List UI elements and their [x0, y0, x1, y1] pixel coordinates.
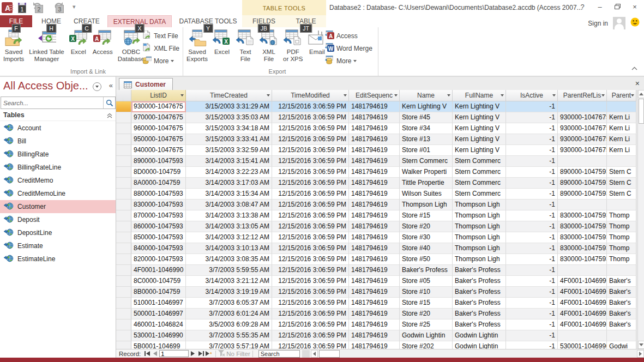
cell-isactive[interactable]: -1 — [506, 145, 558, 156]
cell-timecreated[interactable]: 3/14/2003 3:21:12 AM — [186, 276, 272, 287]
pdf-or-xps-button[interactable]: PDF or XPS — [281, 28, 305, 63]
access-button[interactable]: AAccess — [323, 29, 375, 42]
cell-listid[interactable]: 930000-1047675 — [131, 101, 186, 112]
cell-parentreflis[interactable]: 4F0001-1046990 — [558, 309, 607, 319]
row-selector[interactable] — [116, 210, 131, 221]
ribbon-tab-fields[interactable]: FIELDSJB — [242, 15, 286, 27]
xml-file-button[interactable]: XML File — [257, 28, 280, 63]
current-record-input[interactable] — [159, 350, 189, 357]
cell-name[interactable]: Store #20 — [400, 221, 453, 232]
cell-fullname[interactable]: Thompson Ligh — [453, 200, 506, 210]
cell-timecreated[interactable]: 3/14/2003 3:13:05 AM — [186, 221, 272, 232]
nav-item-deposit[interactable]: Deposit — [0, 213, 116, 226]
cell-fullname[interactable]: Baker's Profess — [453, 265, 506, 276]
cell-editsequenc[interactable]: 1481794619 — [349, 112, 400, 123]
cell-editsequenc[interactable]: 1481794619 — [349, 200, 400, 210]
cell-parent[interactable]: Thomp — [607, 210, 636, 221]
cell-parent[interactable] — [607, 156, 636, 167]
cell-fullname[interactable]: Thompson Ligh — [453, 243, 506, 254]
excel-button[interactable]: XExcel — [210, 28, 233, 56]
cell-fullname[interactable]: Thompson Ligh — [453, 254, 506, 265]
cell-timecreated[interactable]: 3/14/2003 3:12:12 AM — [186, 232, 272, 243]
cell-editsequenc[interactable]: 1481794619 — [349, 178, 400, 189]
cell-isactive[interactable]: -1 — [506, 254, 558, 265]
cell-parent[interactable]: Godwi — [607, 341, 636, 349]
cell-timecreated[interactable]: 3/14/2003 3:15:41 AM — [186, 156, 272, 167]
cell-name[interactable]: Kern Lighting V — [400, 101, 453, 112]
ribbon-tab-table[interactable]: TABLEJT — [286, 15, 326, 27]
column-dropdown-icon[interactable] — [501, 94, 504, 96]
cell-editsequenc[interactable]: 1481794619 — [349, 134, 400, 145]
cell-parentreflis[interactable]: 890000-1047593 — [558, 189, 607, 200]
linked-table-manager-button[interactable]: Linked Table Manager — [27, 28, 66, 63]
scroll-right-icon[interactable] — [637, 350, 644, 358]
cell-timecreated[interactable]: 3/7/2003 5:59:55 AM — [186, 265, 272, 276]
cell-listid[interactable]: 850000-1047593 — [131, 232, 186, 243]
row-selector[interactable] — [116, 178, 131, 189]
cell-isactive[interactable]: -1 — [506, 265, 558, 276]
cell-timemodified[interactable]: 12/15/2016 3:06:59 PM — [272, 178, 349, 189]
cell-timecreated[interactable]: 3/14/2003 3:08:47 AM — [186, 200, 272, 210]
minimize-button[interactable]: – — [594, 2, 606, 13]
column-dropdown-icon[interactable] — [267, 94, 270, 96]
cell-timemodified[interactable]: 12/15/2016 3:06:59 PM — [272, 309, 349, 319]
cell-timemodified[interactable]: 12/15/2016 3:06:59 PM — [272, 156, 349, 167]
cell-timecreated[interactable]: 3/7/2003 6:05:37 AM — [186, 298, 272, 309]
cell-parent[interactable]: Kern Li — [607, 134, 636, 145]
row-selector[interactable] — [116, 298, 131, 309]
cell-parentreflis[interactable]: 530001-1046990 — [558, 341, 607, 349]
cell-name[interactable]: Baker's Profess — [400, 265, 453, 276]
cell-parent[interactable]: Stern C — [607, 178, 636, 189]
help-button[interactable]: ? — [576, 2, 588, 13]
cell-name[interactable]: Store #30 — [400, 232, 453, 243]
cell-parent[interactable]: Thomp — [607, 243, 636, 254]
cell-fullname[interactable]: Thompson Ligh — [453, 221, 506, 232]
cell-listid[interactable]: 8A0000-104759 — [131, 178, 186, 189]
word-merge-button[interactable]: WWord Merge — [323, 42, 375, 55]
column-dropdown-icon[interactable] — [394, 94, 398, 96]
cell-name[interactable]: Tittle Propertie — [400, 178, 453, 189]
cell-name[interactable]: Walker Properti — [400, 167, 453, 178]
column-dropdown-icon[interactable] — [552, 94, 556, 96]
user-avatar-icon[interactable] — [613, 17, 625, 29]
cell-timemodified[interactable]: 12/15/2016 3:06:59 PM — [272, 287, 349, 298]
cell-timemodified[interactable]: 12/15/2016 3:06:59 PM — [272, 123, 349, 134]
cell-isactive[interactable]: -1 — [506, 210, 558, 221]
cell-timemodified[interactable]: 12/15/2016 3:06:59 PM — [272, 221, 349, 232]
cell-parent[interactable]: Kern Li — [607, 123, 636, 134]
row-selector[interactable] — [116, 112, 131, 123]
row-selector[interactable] — [116, 123, 131, 134]
cell-parent[interactable]: Stern C — [607, 167, 636, 178]
cell-listid[interactable]: 500001-1046997 — [131, 309, 186, 319]
cell-isactive[interactable]: -1 — [506, 276, 558, 287]
cell-editsequenc[interactable]: 1481794619 — [349, 319, 400, 330]
cell-isactive[interactable]: -1 — [506, 341, 558, 349]
cell-isactive[interactable]: -1 — [506, 232, 558, 243]
collapse-ribbon-icon[interactable] — [631, 63, 637, 73]
cell-parentreflis[interactable]: 830000-1047593 — [558, 210, 607, 221]
cell-fullname[interactable]: Thompson Ligh — [453, 232, 506, 243]
cell-isactive[interactable]: -1 — [506, 167, 558, 178]
cell-listid[interactable]: 460001-1046824 — [131, 319, 186, 330]
column-dropdown-icon[interactable] — [344, 94, 347, 96]
cell-parentreflis[interactable] — [558, 156, 607, 167]
cell-fullname[interactable]: Kern Lighting V — [453, 101, 506, 112]
cell-parent[interactable]: Thomp — [607, 221, 636, 232]
cell-fullname[interactable]: Baker's Profess — [453, 276, 506, 287]
cell-parentreflis[interactable]: 930000-1047675 — [558, 123, 607, 134]
cell-listid[interactable]: 870000-1047593 — [131, 210, 186, 221]
cell-parent[interactable]: Baker's — [607, 309, 636, 319]
cell-timecreated[interactable]: 3/7/2003 6:01:24 AM — [186, 309, 272, 319]
nav-pane-collapse-icon[interactable]: « — [109, 81, 113, 89]
column-header-listid[interactable]: ListID — [131, 90, 186, 101]
cell-timemodified[interactable]: 12/15/2016 3:06:59 PM — [272, 330, 349, 341]
sign-in-link[interactable]: Sign in — [588, 20, 608, 27]
cell-timemodified[interactable]: 12/15/2016 3:06:59 PM — [272, 189, 349, 200]
cell-timecreated[interactable]: 3/14/2003 3:13:38 AM — [186, 210, 272, 221]
cell-listid[interactable]: 8D0000-104759 — [131, 167, 186, 178]
row-selector[interactable] — [116, 156, 131, 167]
nav-item-billingrateline[interactable]: BillingRateLine — [0, 161, 116, 174]
close-button[interactable]: × — [629, 2, 641, 13]
cell-parentreflis[interactable] — [558, 101, 607, 112]
cell-listid[interactable]: 8B0000-104759 — [131, 287, 186, 298]
